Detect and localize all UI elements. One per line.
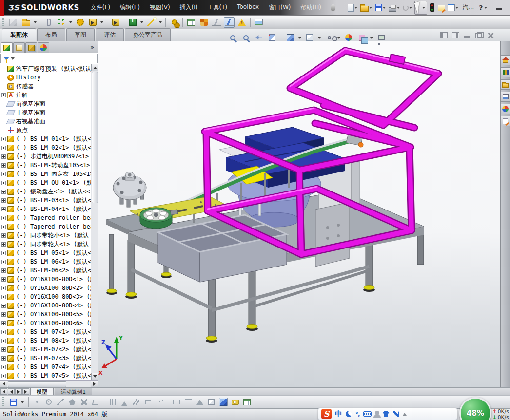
expand-plus-icon[interactable]	[1, 260, 6, 264]
first-tab-button[interactable]	[0, 388, 7, 395]
reference-geometry-button[interactable]	[146, 17, 157, 28]
expand-plus-icon[interactable]	[1, 225, 6, 229]
expand-plus-icon[interactable]	[1, 286, 6, 290]
circle-tool-button[interactable]	[44, 398, 53, 406]
pin-icon[interactable]	[331, 4, 335, 11]
featuremanager-tree-tab[interactable]	[1, 42, 13, 53]
feature-tree-item[interactable]: (-) BS-LM-02<1> (默认<<	[0, 143, 91, 152]
expand-plus-icon[interactable]	[1, 277, 6, 282]
flip-tool-button[interactable]	[120, 398, 129, 406]
chevron-down-icon[interactable]	[69, 21, 72, 25]
expand-plus-icon[interactable]	[1, 321, 6, 325]
new-document-button[interactable]	[347, 3, 358, 12]
expand-plus-icon[interactable]	[1, 93, 6, 97]
previous-tab-button[interactable]	[8, 388, 15, 395]
feature-tree-item[interactable]: (-) BS-LM-07<3> (默认<<	[0, 354, 91, 363]
expand-plus-icon[interactable]	[1, 251, 6, 255]
feature-tree-item[interactable]: (-) BS-LM-07<2> (默认<<	[0, 345, 91, 354]
feature-tree-item[interactable]: (-) BS-LM-01<1> (默认<<	[0, 134, 91, 143]
tab-motion-study-1[interactable]: 运动算例1	[55, 388, 92, 395]
expand-plus-icon[interactable]	[1, 207, 6, 211]
feature-tree-item[interactable]: History	[0, 73, 91, 82]
feature-tree-item[interactable]: (-) BS-LM-07<4> (默认<<	[0, 363, 91, 371]
tab-evaluate[interactable]: 评估	[96, 28, 124, 41]
feature-tree-item[interactable]: (-) 同步带轮小<1> (默认	[0, 231, 91, 240]
chevron-down-icon[interactable]	[369, 7, 372, 10]
mirror-tool-button[interactable]	[108, 398, 117, 406]
edit-appearance-button[interactable]	[343, 32, 354, 43]
expand-plus-icon[interactable]	[1, 304, 6, 308]
feature-tree-item[interactable]: (-) BS-LM-06<1> (默认<<	[0, 257, 91, 266]
menu-item[interactable]: 帮助(H)	[296, 1, 325, 14]
chamfer-tool-button[interactable]	[91, 398, 100, 406]
expand-plus-icon[interactable]	[1, 216, 6, 220]
feature-tree-item[interactable]: (-) BS-LM-07<5> (默认<<	[0, 371, 91, 380]
undo-button[interactable]	[402, 4, 413, 11]
leveling-foot[interactable]	[161, 272, 172, 278]
expand-plus-icon[interactable]	[1, 365, 6, 369]
exploded-view-button[interactable]	[198, 17, 209, 28]
feature-tree-item[interactable]: 汽车厂螺母预装 (默认<默认_	[0, 64, 91, 73]
expand-plus-icon[interactable]	[1, 146, 6, 150]
expand-plus-icon[interactable]	[1, 356, 6, 361]
ime-settings-wrench-icon[interactable]	[393, 411, 399, 417]
view-settings-button[interactable]	[376, 32, 387, 43]
leveling-foot[interactable]	[246, 325, 258, 331]
view-palette-button[interactable]	[501, 92, 510, 102]
previous-view-button[interactable]	[254, 32, 264, 43]
menu-item[interactable]: 文件(F)	[86, 1, 115, 14]
toolbar-grip[interactable]	[2, 397, 4, 407]
dimension-button[interactable]	[172, 398, 181, 406]
feature-tree-item[interactable]: (-) OY16X100-80D<5> (默	[0, 310, 91, 319]
chevron-down-icon[interactable]	[354, 7, 357, 10]
feature-tree-item[interactable]: (-) BS-LM-05<1> (默认<<	[0, 248, 91, 257]
display-style-button[interactable]	[304, 32, 315, 43]
viewport-3d-model[interactable]: Y Z X	[98, 41, 500, 387]
chevron-down-icon[interactable]	[140, 21, 143, 25]
take-snapshot-button[interactable]	[254, 17, 264, 28]
ime-punctuation[interactable]: °,	[355, 411, 360, 418]
sogou-logo-icon[interactable]: S	[321, 409, 332, 419]
feature-tree-item[interactable]: 上视基准面	[0, 108, 91, 117]
configuration-manager-tab[interactable]	[25, 42, 37, 53]
expand-plus-icon[interactable]	[1, 312, 6, 317]
ime-collapse-arrow-icon[interactable]	[403, 411, 407, 416]
tree-filter-bar[interactable]	[0, 54, 98, 63]
chevron-down-icon[interactable]	[34, 21, 37, 25]
scroll-up-button[interactable]	[91, 64, 98, 71]
menu-item[interactable]: 工具(T)	[203, 1, 232, 14]
show-hidden-components-button[interactable]	[110, 17, 121, 28]
open-button[interactable]	[360, 3, 373, 12]
ime-person-icon[interactable]	[375, 411, 379, 415]
table-button[interactable]	[242, 398, 251, 406]
zoom-to-fit-button[interactable]	[227, 32, 238, 43]
scrollbar-thumb[interactable]	[8, 381, 66, 387]
scroll-left-button[interactable]	[0, 381, 7, 387]
chevron-down-icon[interactable]	[397, 7, 400, 10]
feature-tree-item[interactable]: (-) Tapered roller bear	[0, 213, 91, 222]
doc-minimize-button[interactable]	[464, 32, 471, 38]
ime-keyboard-icon[interactable]	[363, 411, 372, 417]
chevron-down-icon[interactable]	[11, 57, 15, 62]
assembly-visualization-button[interactable]	[236, 17, 247, 28]
toolbar-grip[interactable]	[2, 18, 4, 27]
menu-item[interactable]: 视图(V)	[145, 1, 175, 14]
bill-of-materials-button[interactable]	[186, 17, 196, 28]
leveling-foot[interactable]	[363, 286, 375, 292]
point-tool-button[interactable]	[33, 398, 41, 406]
chevron-down-icon[interactable]	[409, 7, 412, 10]
feature-tree-item[interactable]: (-) BS-LM-08<1> (默认<<	[0, 336, 91, 345]
save-button[interactable]	[9, 398, 18, 406]
property-manager-tab[interactable]	[13, 42, 25, 53]
ime-language-mode[interactable]: 中	[335, 409, 342, 419]
interference-detection-button[interactable]	[224, 17, 235, 28]
menu-item[interactable]: 插入(I)	[176, 1, 202, 14]
shaded-display-button[interactable]	[219, 398, 228, 406]
corner-tool-button[interactable]	[143, 398, 152, 406]
solidworks-resources-button[interactable]	[501, 55, 510, 65]
feature-tree-item[interactable]: (-) OY16X100-80D<3> (默	[0, 292, 91, 301]
ime-skin-icon[interactable]	[383, 411, 390, 417]
wireframe-display-button[interactable]	[207, 398, 216, 406]
feature-tree-item[interactable]: (-) BS-LM-03<1> (默认<<	[0, 196, 91, 205]
custom-properties-button[interactable]	[501, 116, 510, 126]
